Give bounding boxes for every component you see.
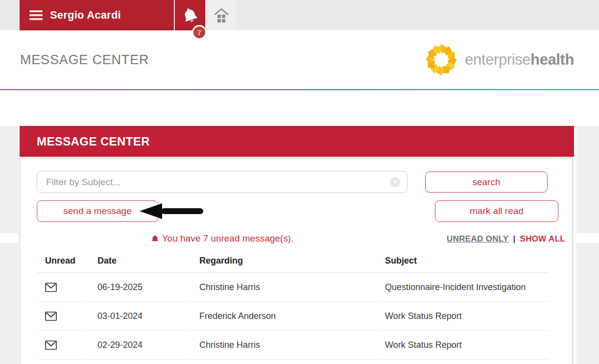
page-background bbox=[0, 243, 19, 364]
user-name: Sergio Acardi bbox=[50, 9, 121, 22]
section-title: MESSAGE CENTER bbox=[37, 135, 150, 148]
column-header-subject: Subject bbox=[377, 253, 549, 273]
enterprise-health-logo: enterprisehealth bbox=[424, 42, 574, 77]
date-cell: 03-01-2024 bbox=[87, 302, 186, 331]
page-background bbox=[0, 126, 19, 233]
unread-messages-notice: You have 7 unread message(s). bbox=[37, 233, 407, 244]
enterprise-health-sun-logo bbox=[424, 42, 459, 77]
regarding-cell: Christine Harris bbox=[187, 273, 376, 302]
hamburger-menu-icon bbox=[29, 10, 43, 20]
page-background bbox=[576, 126, 599, 233]
subject-cell[interactable]: Work Status Report bbox=[377, 331, 549, 360]
unread-cell bbox=[38, 273, 86, 302]
home-icon bbox=[214, 7, 229, 23]
envelope-icon[interactable] bbox=[45, 312, 57, 321]
subject-cell[interactable]: Work Status Report bbox=[377, 302, 549, 331]
filter-links: UNREAD ONLY | SHOW ALL bbox=[447, 234, 565, 244]
column-header-regarding: Regarding bbox=[187, 253, 376, 273]
clear-filter-icon[interactable] bbox=[390, 177, 400, 187]
top-bar: Sergio Acardi 7 bbox=[0, 0, 599, 30]
show-all-link[interactable]: SHOW ALL bbox=[520, 234, 565, 244]
date-cell: 06-19-2025 bbox=[87, 273, 186, 302]
table-header-row: Unread Date Regarding Subject bbox=[38, 253, 549, 273]
notice-bell-icon bbox=[151, 234, 159, 243]
logo-wordmark: enterprisehealth bbox=[465, 51, 574, 69]
table-row[interactable]: 06-19-2025 Christine Harris Questionnair… bbox=[38, 273, 549, 302]
page-background bbox=[576, 243, 599, 364]
table-row[interactable]: 02-29-2024 Christine Harris Work Status … bbox=[38, 331, 549, 360]
page-header: MESSAGE CENTER enterprisehealth bbox=[0, 30, 599, 89]
send-a-message-button[interactable]: send a message bbox=[37, 200, 158, 222]
unread-cell bbox=[38, 302, 86, 331]
notification-badge: 7 bbox=[192, 25, 207, 40]
page-title: MESSAGE CENTER bbox=[20, 52, 149, 68]
unread-cell bbox=[38, 331, 86, 360]
user-menu-button[interactable]: Sergio Acardi bbox=[20, 0, 174, 30]
column-header-date: Date bbox=[87, 253, 186, 273]
bell-icon bbox=[182, 7, 198, 24]
envelope-icon[interactable] bbox=[45, 340, 57, 350]
mark-all-read-button[interactable]: mark all read bbox=[435, 200, 558, 222]
notice-text: You have 7 unread message(s). bbox=[162, 233, 294, 243]
regarding-cell: Frederick Anderson bbox=[187, 302, 376, 331]
column-header-unread: Unread bbox=[38, 253, 86, 273]
home-button[interactable] bbox=[206, 0, 237, 30]
gradient-divider bbox=[0, 89, 599, 90]
messages-table: Unread Date Regarding Subject 06-19-2025… bbox=[37, 253, 550, 360]
filter-by-subject-input[interactable] bbox=[37, 171, 407, 193]
search-button[interactable]: search bbox=[425, 171, 548, 193]
link-separator: | bbox=[513, 234, 516, 244]
table-row[interactable]: 03-01-2024 Frederick Anderson Work Statu… bbox=[38, 302, 549, 331]
date-cell: 02-29-2024 bbox=[87, 331, 186, 360]
message-center-panel: search send a message mark all read You … bbox=[20, 158, 573, 364]
regarding-cell: Christine Harris bbox=[187, 331, 376, 360]
unread-only-link[interactable]: UNREAD ONLY bbox=[447, 234, 508, 244]
section-title-banner: MESSAGE CENTER bbox=[20, 126, 574, 157]
subject-cell[interactable]: Questionnaire-Incident Investigation bbox=[377, 273, 549, 302]
envelope-icon[interactable] bbox=[45, 283, 57, 292]
